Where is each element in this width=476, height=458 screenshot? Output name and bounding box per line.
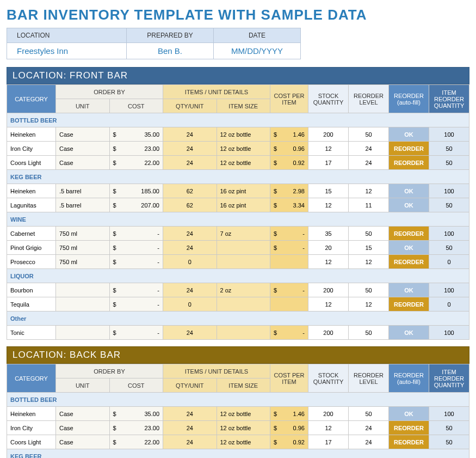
item-name[interactable]: Tonic (7, 326, 56, 340)
item-qty[interactable]: 0 (163, 255, 217, 269)
item-name[interactable]: Iron City (7, 421, 56, 435)
item-cost[interactable]: $- (109, 227, 163, 241)
item-size[interactable]: 16 oz pint (217, 198, 270, 212)
item-qty[interactable]: 62 (163, 198, 217, 212)
item-reorder-level[interactable]: 12 (349, 297, 389, 312)
item-stock[interactable]: 12 (308, 255, 349, 269)
item-size[interactable]: 12 oz bottle (217, 435, 270, 449)
item-qty[interactable]: 24 (163, 407, 217, 421)
item-qty[interactable]: 24 (163, 127, 217, 142)
item-qty[interactable]: 24 (163, 241, 217, 255)
item-stock[interactable]: 200 (308, 127, 349, 142)
item-reorder-qty[interactable]: 0 (429, 255, 469, 269)
item-name[interactable]: Heineken (7, 407, 56, 421)
item-reorder-level[interactable]: 12 (349, 184, 389, 198)
item-size[interactable]: 2 oz (217, 283, 270, 297)
item-cost[interactable]: $185.00 (109, 184, 163, 198)
item-unit[interactable]: Case (56, 127, 110, 142)
item-reorder-qty[interactable]: 50 (429, 421, 469, 435)
item-unit[interactable]: Case (56, 421, 110, 435)
item-stock[interactable]: 200 (308, 407, 349, 421)
item-stock[interactable]: 12 (308, 421, 349, 435)
item-reorder-level[interactable]: 50 (349, 407, 389, 421)
item-reorder-level[interactable]: 12 (349, 255, 389, 269)
item-qty[interactable]: 24 (163, 156, 217, 170)
item-qty[interactable]: 0 (163, 297, 217, 312)
item-reorder-level[interactable]: 50 (349, 326, 389, 340)
item-size[interactable] (217, 297, 270, 312)
item-unit[interactable]: Case (56, 435, 110, 449)
item-size[interactable]: 12 oz bottle (217, 421, 270, 435)
item-size[interactable]: 12 oz bottle (217, 407, 270, 421)
item-stock[interactable]: 20 (308, 241, 349, 255)
item-stock[interactable]: 12 (308, 198, 349, 212)
item-size[interactable]: 16 oz pint (217, 184, 270, 198)
item-reorder-qty[interactable]: 100 (429, 283, 469, 297)
item-name[interactable]: Coors Light (7, 156, 56, 170)
item-reorder-level[interactable]: 15 (349, 241, 389, 255)
item-unit[interactable]: Case (56, 407, 110, 421)
item-reorder-level[interactable]: 11 (349, 198, 389, 212)
item-stock[interactable]: 17 (308, 435, 349, 449)
item-name[interactable]: Bourbon (7, 283, 56, 297)
item-unit[interactable] (56, 283, 110, 297)
item-qty[interactable]: 24 (163, 421, 217, 435)
item-name[interactable]: Pinot Grigio (7, 241, 56, 255)
item-unit[interactable]: .5 barrel (56, 198, 110, 212)
item-stock[interactable]: 12 (308, 142, 349, 156)
item-reorder-qty[interactable]: 50 (429, 198, 469, 212)
item-cost[interactable]: $22.00 (109, 156, 163, 170)
item-name[interactable]: Prosecco (7, 255, 56, 269)
item-reorder-qty[interactable]: 50 (429, 142, 469, 156)
item-unit[interactable]: 750 ml (56, 241, 110, 255)
item-unit[interactable]: 750 ml (56, 255, 110, 269)
item-cost[interactable]: $- (109, 283, 163, 297)
item-size[interactable]: 12 oz bottle (217, 127, 270, 142)
item-reorder-level[interactable]: 24 (349, 435, 389, 449)
item-unit[interactable] (56, 297, 110, 312)
item-size[interactable] (217, 326, 270, 340)
item-cost[interactable]: $- (109, 326, 163, 340)
item-reorder-qty[interactable]: 50 (429, 156, 469, 170)
item-reorder-qty[interactable]: 50 (429, 435, 469, 449)
item-size[interactable] (217, 255, 270, 269)
item-cost[interactable]: $23.00 (109, 421, 163, 435)
item-size[interactable]: 12 oz bottle (217, 156, 270, 170)
item-reorder-level[interactable]: 24 (349, 421, 389, 435)
item-size[interactable]: 7 oz (217, 227, 270, 241)
item-unit[interactable]: Case (56, 156, 110, 170)
item-reorder-qty[interactable]: 50 (429, 241, 469, 255)
item-name[interactable]: Heineken (7, 184, 56, 198)
item-stock[interactable]: 35 (308, 227, 349, 241)
meta-value-date[interactable]: MM/DD/YYYY (214, 43, 301, 59)
item-cost[interactable]: $207.00 (109, 198, 163, 212)
meta-value-prepared[interactable]: Ben B. (127, 43, 214, 59)
item-name[interactable]: Cabernet (7, 227, 56, 241)
item-size[interactable]: 12 oz bottle (217, 142, 270, 156)
item-reorder-level[interactable]: 50 (349, 227, 389, 241)
item-qty[interactable]: 24 (163, 435, 217, 449)
item-reorder-qty[interactable]: 100 (429, 326, 469, 340)
item-name[interactable]: Iron City (7, 142, 56, 156)
item-cost[interactable]: $- (109, 255, 163, 269)
item-reorder-level[interactable]: 24 (349, 156, 389, 170)
item-name[interactable]: Tequila (7, 297, 56, 312)
item-stock[interactable]: 12 (308, 297, 349, 312)
item-qty[interactable]: 24 (163, 227, 217, 241)
item-reorder-level[interactable]: 50 (349, 127, 389, 142)
item-stock[interactable]: 17 (308, 156, 349, 170)
item-cost[interactable]: $35.00 (109, 407, 163, 421)
item-qty[interactable]: 62 (163, 184, 217, 198)
item-cost[interactable]: $- (109, 297, 163, 312)
item-size[interactable] (217, 241, 270, 255)
item-cost[interactable]: $23.00 (109, 142, 163, 156)
item-stock[interactable]: 200 (308, 326, 349, 340)
item-reorder-qty[interactable]: 100 (429, 227, 469, 241)
item-name[interactable]: Lagunitas (7, 198, 56, 212)
item-reorder-qty[interactable]: 100 (429, 127, 469, 142)
item-cost[interactable]: $22.00 (109, 435, 163, 449)
item-reorder-level[interactable]: 24 (349, 142, 389, 156)
item-qty[interactable]: 24 (163, 326, 217, 340)
item-name[interactable]: Heineken (7, 127, 56, 142)
item-unit[interactable]: Case (56, 142, 110, 156)
